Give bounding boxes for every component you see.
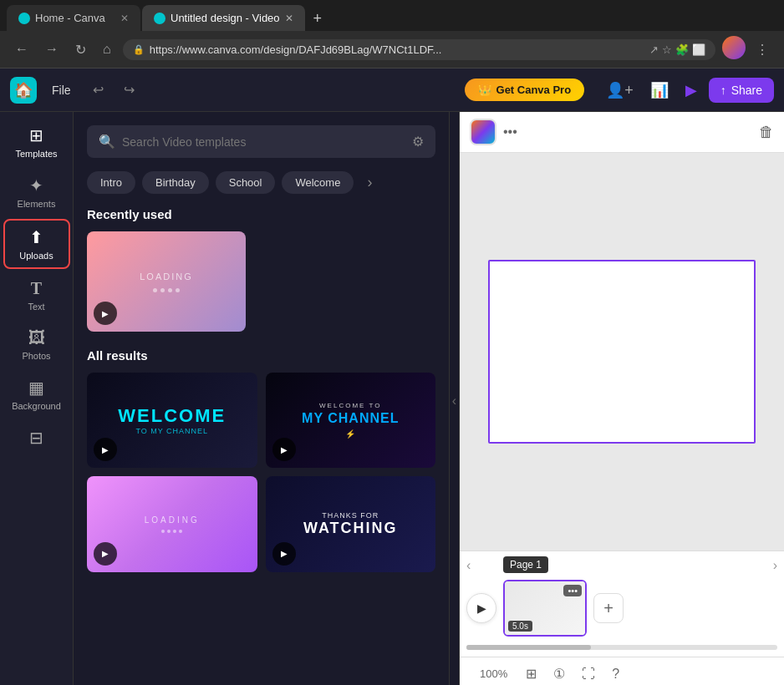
recent-template-card[interactable]: LOADING ▶ [87,231,246,332]
page-number-button[interactable]: ① [548,662,570,685]
tab-home-label: Home - Canva [35,12,105,24]
loading-dots [153,288,180,292]
filter-icon[interactable]: ⚙ [412,134,424,150]
analytics-button[interactable]: 📊 [645,76,674,104]
sidebar-item-photos[interactable]: 🖼 Photos [3,322,70,368]
timeline-track: ▶ Page 1 5.0s ••• + [466,576,777,640]
grid-view-button[interactable]: ⊞ [521,662,542,685]
canva-appbar: 🏠 File ↩ ↪ 👑 Get Canva Pro 👤+ 📊 ▶ ↑ Shar… [0,68,784,112]
dot-3 [168,288,172,292]
sidebar-item-text[interactable]: T Text [3,272,70,318]
crown-icon: 👑 [478,84,491,96]
refresh-button[interactable]: ↻ [70,38,91,61]
canvas-workspace[interactable]: ↻ [460,153,784,551]
browser-tabs-bar: Home - Canva ✕ Untitled design - Video ✕… [0,0,784,31]
canvas-toolbar: ••• 🗑 [460,112,784,153]
tab-design[interactable]: Untitled design - Video ✕ [142,5,305,31]
sidebar-item-templates[interactable]: ⊞ Templates [3,119,70,165]
fullscreen-button[interactable]: ⛶ [577,663,600,685]
present-button[interactable]: ▶ [680,76,702,104]
recently-used-title: Recently used [87,207,435,221]
template-card-thanks[interactable]: THANKS FOR WATCHING ▶ [266,476,436,571]
template-card-welcome[interactable]: WELCOME TO MY CHANNEL ▶ [87,373,257,468]
browser-window: Home - Canva ✕ Untitled design - Video ✕… [0,0,784,68]
app-body: ⊞ Templates ✦ Elements ⬆ Uploads T Text … [0,112,784,685]
puzzle-icon[interactable]: 🧩 [675,43,689,56]
avatar-btn[interactable] [722,36,746,63]
get-canva-pro-button[interactable]: 👑 Get Canva Pro [465,79,585,101]
tab-favicon-design [154,13,165,24]
timeline-scroll-thumb [466,645,591,650]
tab-design-close[interactable]: ✕ [285,13,293,24]
help-button[interactable]: ? [607,663,624,685]
file-menu-button[interactable]: File [43,79,79,102]
dot-2 [160,288,165,292]
sidebar-item-more[interactable]: ⊟ [3,421,70,454]
timeline-next-button[interactable]: › [773,558,777,573]
page-thumbnail[interactable]: 5.0s ••• [503,580,587,637]
page-thumb-menu-button[interactable]: ••• [563,585,582,596]
share-addr-icon[interactable]: ↗ [649,43,659,56]
browser-menu-actions: ⋮ [722,36,774,63]
play-button-mychannel[interactable]: ▶ [272,438,296,461]
background-icon: ▦ [28,378,44,398]
template-grid: WELCOME TO MY CHANNEL ▶ WELCOME TO MY CH… [87,373,435,572]
canva-home-button[interactable]: 🏠 [10,77,37,104]
share-button[interactable]: ↑ Share [709,78,774,103]
tab-home[interactable]: Home - Canva ✕ [7,5,140,31]
text-icon: T [31,279,42,298]
more-tags-icon[interactable]: › [360,172,379,193]
page-duration-badge: 5.0s [508,621,532,632]
star-icon[interactable]: ☆ [662,43,672,56]
new-tab-button[interactable]: + [307,7,329,31]
home-button[interactable]: ⌂ [98,38,116,60]
add-page-button[interactable]: + [593,593,624,623]
tag-school[interactable]: School [216,171,276,194]
tablet-icon[interactable]: ⬜ [692,43,705,56]
color-palette-button[interactable] [470,119,496,145]
tag-birthday[interactable]: Birthday [142,171,209,194]
address-actions: ↗ ☆ 🧩 ⬜ [649,43,705,56]
recently-used-section: Recently used LOADING ▶ [87,207,435,332]
canvas-more-button[interactable]: ••• [503,124,517,140]
tag-welcome[interactable]: Welcome [282,171,354,194]
share-label: Share [731,84,762,97]
timeline-play-button[interactable]: ▶ [466,593,496,623]
all-results-section: All results WELCOME TO MY CHANNEL ▶ WELC… [87,348,435,572]
search-icon: 🔍 [99,134,115,150]
sidebar-item-background-label: Background [12,401,61,411]
tab-home-close[interactable]: ✕ [120,13,129,24]
redo-button[interactable]: ↪ [117,79,141,101]
play-button-thanks[interactable]: ▶ [272,542,296,566]
search-box[interactable]: 🔍 ⚙ [87,125,435,158]
forward-button[interactable]: → [40,38,64,60]
dot-4 [176,288,180,292]
sidebar-item-background[interactable]: ▦ Background [3,371,70,418]
undo-button[interactable]: ↩ [86,79,110,101]
play-button-loading2[interactable]: ▶ [94,542,117,566]
zoom-level-button[interactable]: 100% [473,665,514,682]
back-button[interactable]: ← [10,38,33,60]
share-icon: ↑ [720,84,726,97]
sidebar-item-photos-label: Photos [22,351,50,361]
more-icon: ⊟ [29,428,43,448]
tag-intro[interactable]: Intro [87,171,135,194]
address-bar[interactable]: 🔒 https://www.canva.com/design/DAFJd69BL… [123,39,715,60]
add-collaborator-button[interactable]: 👤+ [601,76,639,104]
timeline: ‹ › ▶ Page 1 5.0s ••• + [460,551,784,657]
delete-button[interactable]: 🗑 [759,124,774,141]
sidebar-item-uploads[interactable]: ⬆ Uploads [3,219,70,269]
panel-collapse-handle[interactable]: ‹ [450,112,460,685]
canvas-area: ••• 🗑 ↻ ‹ › ▶ Page 1 5.0s • [460,112,784,685]
tab-favicon-home [18,13,30,24]
sidebar-item-elements[interactable]: ✦ Elements [3,169,70,216]
play-button-recent[interactable]: ▶ [94,302,117,325]
template-card-loading2[interactable]: LOADING ▶ [87,476,257,571]
elements-icon: ✦ [29,175,43,195]
browser-menu-btn[interactable]: ⋮ [751,36,774,63]
search-input[interactable] [122,135,405,149]
sidebar-item-templates-label: Templates [15,149,57,159]
template-card-mychannel[interactable]: WELCOME TO MY CHANNEL ⚡ ▶ [266,373,436,468]
timeline-scrollbar[interactable] [466,645,777,650]
timeline-prev-button[interactable]: ‹ [466,558,471,573]
